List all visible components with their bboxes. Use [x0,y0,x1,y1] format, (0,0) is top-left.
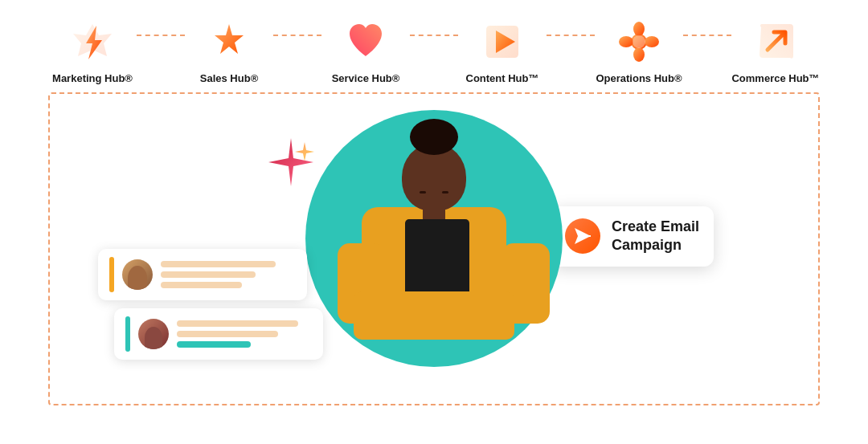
person-figure [297,107,571,404]
line-1 [161,261,276,267]
connector-3 [410,35,458,36]
operations-hub-icon [615,18,663,66]
avatar-1 [122,259,153,290]
connector-5 [683,35,731,36]
sales-hub-label: Sales Hub® [200,72,258,84]
card-2-lines [177,320,312,348]
hub-marketing: Marketing Hub® [48,18,137,84]
email-badge-line1: Create Email [612,218,699,236]
sparkle-decoration [263,134,319,193]
email-badge-text: Create Email Campaign [612,218,699,255]
sales-hub-icon [205,18,253,66]
connector-1 [137,35,185,36]
service-hub-icon [342,18,390,66]
hubs-row: Marketing Hub® Sales Hub® [0,18,868,84]
crm-cards-container [98,249,323,360]
connector-2 [273,35,321,36]
svg-point-5 [645,36,659,47]
crm-card-1 [98,249,307,300]
line-3 [161,282,242,288]
card-1-lines [161,261,296,288]
send-icon [573,226,592,246]
line-5 [177,331,278,337]
hub-sales: Sales Hub® [185,18,273,84]
svg-point-4 [619,36,633,47]
hub-operations: Operations Hub® [595,18,683,84]
content-hub-icon [478,18,526,66]
card-accent-1 [109,257,114,292]
email-campaign-badge: Create Email Campaign [551,206,714,267]
hub-commerce: Commerce Hub™ [731,18,820,84]
avatar-2 [138,319,169,349]
crm-card-2 [114,308,323,360]
service-hub-label: Service Hub® [332,72,400,84]
main-illustration-area: Create Email Campaign [48,92,820,405]
svg-point-2 [633,22,645,36]
svg-point-6 [633,35,645,48]
hub-service: Service Hub® [321,18,410,84]
line-4 [177,320,298,327]
marketing-hub-label: Marketing Hub® [52,72,133,84]
operations-hub-label: Operations Hub® [596,72,682,84]
line-6 [177,341,251,348]
svg-point-3 [633,47,645,62]
content-hub-label: Content Hub™ [466,72,539,84]
line-2 [161,271,256,278]
commerce-hub-label: Commerce Hub™ [731,72,819,84]
email-badge-line2: Campaign [612,236,699,255]
connector-4 [547,35,595,36]
commerce-hub-icon [751,18,800,66]
card-accent-2 [125,316,130,352]
marketing-hub-icon [68,18,117,66]
hub-content: Content Hub™ [458,18,547,84]
